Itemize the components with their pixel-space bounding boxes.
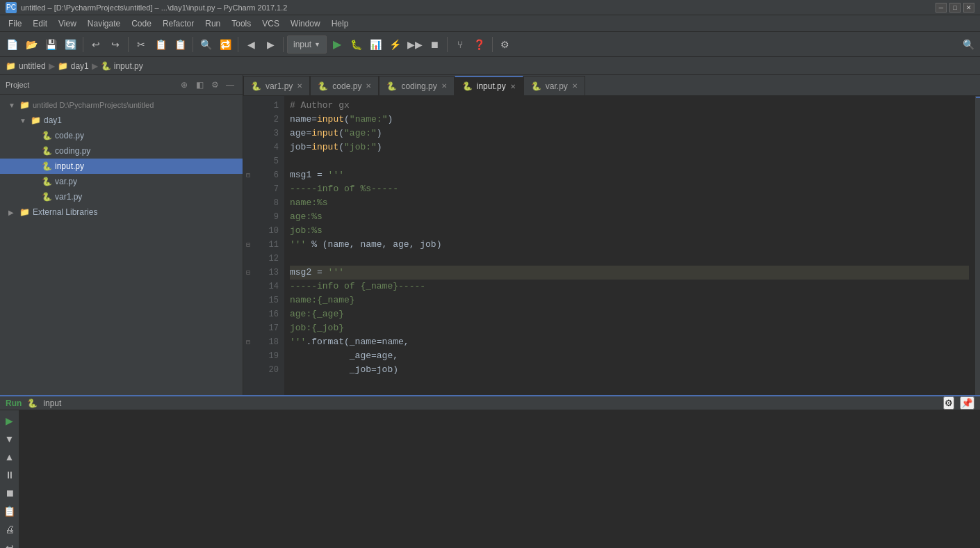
breadcrumb-item-day1[interactable]: 📁 day1 — [58, 61, 89, 71]
find-button[interactable]: 🔍 — [197, 35, 215, 54]
bottom-pin-button[interactable]: 📌 — [960, 396, 974, 410]
back-button[interactable]: ◀ — [242, 35, 260, 54]
scroll-tick — [976, 97, 980, 98]
copy-button[interactable]: 📋 — [152, 35, 170, 54]
menu-item-view[interactable]: View — [53, 17, 82, 30]
tree-item-External Libraries[interactable]: ▶📁 External Libraries — [0, 204, 243, 220]
search-everywhere-button[interactable]: 🔍 — [959, 35, 977, 54]
gutter-line-3 — [243, 127, 253, 140]
run-restore-button[interactable]: ↩ — [2, 540, 17, 548]
menu-item-tools[interactable]: Tools — [226, 17, 256, 30]
run-pause-button[interactable]: ⏸ — [2, 467, 17, 483]
bottom-settings-button[interactable]: ⚙ — [943, 396, 954, 410]
save-button[interactable]: 💾 — [42, 35, 60, 54]
tab-label: var1.py — [266, 81, 293, 91]
gutter-line-5 — [243, 154, 253, 168]
tab-close-button[interactable]: ✕ — [441, 82, 447, 90]
profile-button[interactable]: ⚡ — [386, 35, 405, 54]
run-stop-button[interactable]: ⏹ — [2, 485, 17, 501]
menu-item-file[interactable]: File — [3, 17, 27, 30]
tab-close-button[interactable]: ✕ — [572, 82, 578, 90]
run-config-selector[interactable]: input ▼ — [287, 35, 327, 54]
breadcrumb-item-inputpy[interactable]: 🐍 input.py — [101, 61, 143, 71]
tab-input-py[interactable]: 🐍input.py✕ — [455, 76, 523, 95]
tree-item-var-py[interactable]: 🐍 var.py — [0, 174, 243, 189]
run-copy-button[interactable]: 📋 — [2, 503, 17, 519]
tree-item-code-py[interactable]: 🐍 code.py — [0, 128, 243, 143]
editor-tabs: 🐍var1.py✕🐍code.py✕🐍coding.py✕🐍input.py✕🐍… — [243, 75, 980, 96]
stop-button[interactable]: ⏹ — [425, 35, 443, 54]
paste-button[interactable]: 📋 — [171, 35, 189, 54]
tab-close-button[interactable]: ✕ — [510, 83, 516, 90]
coverage-button[interactable]: 📊 — [367, 35, 385, 54]
code-line-3: age=input("age:") — [290, 127, 969, 140]
menu-item-refactor[interactable]: Refactor — [157, 17, 199, 30]
cut-button[interactable]: ✂ — [132, 35, 150, 54]
menu-item-code[interactable]: Code — [126, 17, 157, 30]
run-play-button[interactable]: ▶ — [2, 413, 17, 428]
sidebar-collapse-button[interactable]: ◧ — [193, 78, 206, 92]
menu-item-navigate[interactable]: Navigate — [82, 17, 126, 30]
tab-close-button[interactable]: ✕ — [297, 82, 302, 90]
tab-file-icon: 🐍 — [318, 81, 328, 91]
gutter-line-11[interactable]: ⊟ — [243, 238, 253, 252]
sidebar-settings-button[interactable]: ⚙ — [208, 78, 222, 92]
help-button[interactable]: ❓ — [471, 35, 489, 54]
run-print-button[interactable]: 🖨 — [2, 522, 17, 537]
gutter-line-18[interactable]: ⊟ — [243, 335, 253, 349]
run-scroll-down-button[interactable]: ▼ — [2, 431, 17, 446]
run-toolbar: ▶ ▼ ▲ ⏸ ⏹ 📋 🖨 ↩ ✕ 🔧 🗑 ❓ — [0, 410, 19, 548]
tree-item-input-py[interactable]: 🐍 input.py — [0, 159, 243, 174]
synchronize-button[interactable]: 🔄 — [61, 35, 79, 54]
tree-arrow-day1: ▼ — [19, 117, 28, 124]
maximize-button[interactable]: □ — [949, 3, 961, 13]
open-button[interactable]: 📂 — [22, 35, 40, 54]
code-content[interactable]: # Author gxname=input("name:")age=input(… — [284, 96, 974, 395]
tab-var-py[interactable]: 🐍var.py✕ — [523, 76, 585, 95]
gutter-line-1 — [243, 99, 253, 113]
close-button[interactable]: ✕ — [963, 3, 974, 13]
tab-var1-py[interactable]: 🐍var1.py✕ — [243, 76, 310, 95]
vcs-button[interactable]: ⑂ — [451, 35, 469, 54]
sidebar-minimize-button[interactable]: — — [223, 78, 237, 92]
breadcrumb-item-untitled[interactable]: 📁 untitled — [6, 61, 46, 71]
debug-button[interactable]: 🐛 — [348, 35, 366, 54]
undo-button[interactable]: ↩ — [87, 35, 105, 54]
tree-item-untitled[interactable]: ▼📁 untitled D:\PycharmProjects\untitled — [0, 97, 243, 113]
run-button[interactable]: ▶ — [328, 35, 346, 54]
code-line-6: msg1 = ''' — [290, 168, 969, 182]
sidebar-new-button[interactable]: ⊕ — [177, 78, 191, 92]
scroll-indicator[interactable] — [974, 96, 980, 395]
redo-button[interactable]: ↪ — [106, 35, 124, 54]
menu-item-run[interactable]: Run — [199, 17, 226, 30]
menu-item-window[interactable]: Window — [285, 17, 326, 30]
new-file-button[interactable]: 📄 — [3, 35, 21, 54]
run-with-coverage-button[interactable]: ▶▶ — [406, 35, 424, 54]
tab-coding-py[interactable]: 🐍coding.py✕ — [379, 76, 454, 95]
settings-button[interactable]: ⚙ — [496, 35, 514, 54]
tab-code-py[interactable]: 🐍code.py✕ — [310, 76, 379, 95]
run-tab-label[interactable]: Run — [6, 398, 22, 408]
gutter-line-19 — [243, 349, 253, 363]
menu-item-help[interactable]: Help — [326, 17, 354, 30]
tree-item-day1[interactable]: ▼📁 day1 — [0, 113, 243, 128]
gutter-line-10 — [243, 224, 253, 238]
run-output[interactable] — [19, 410, 980, 548]
title-bar: PC untitled – [D:\PycharmProjects\untitl… — [0, 0, 980, 15]
run-scroll-up-button[interactable]: ▲ — [2, 449, 17, 465]
menu-item-vcs[interactable]: VCS — [256, 17, 285, 30]
replace-button[interactable]: 🔁 — [216, 35, 234, 54]
minimize-button[interactable]: ─ — [936, 3, 947, 13]
code-line-20: _job=job) — [290, 363, 969, 377]
tree-item-var1-py[interactable]: 🐍 var1.py — [0, 189, 243, 204]
tree-item-coding-py[interactable]: 🐍 coding.py — [0, 143, 243, 159]
window-title: untitled – [D:\PycharmProjects\untitled]… — [21, 3, 936, 12]
menu-item-edit[interactable]: Edit — [27, 17, 53, 30]
tab-close-button[interactable]: ✕ — [366, 82, 371, 90]
forward-button[interactable]: ▶ — [261, 35, 279, 54]
tab-label: coding.py — [401, 81, 436, 91]
gutter-line-8 — [243, 196, 253, 210]
gutter-line-6[interactable]: ⊟ — [243, 168, 253, 182]
tree-label: day1 — [44, 115, 62, 125]
gutter-line-13[interactable]: ⊟ — [243, 266, 253, 280]
